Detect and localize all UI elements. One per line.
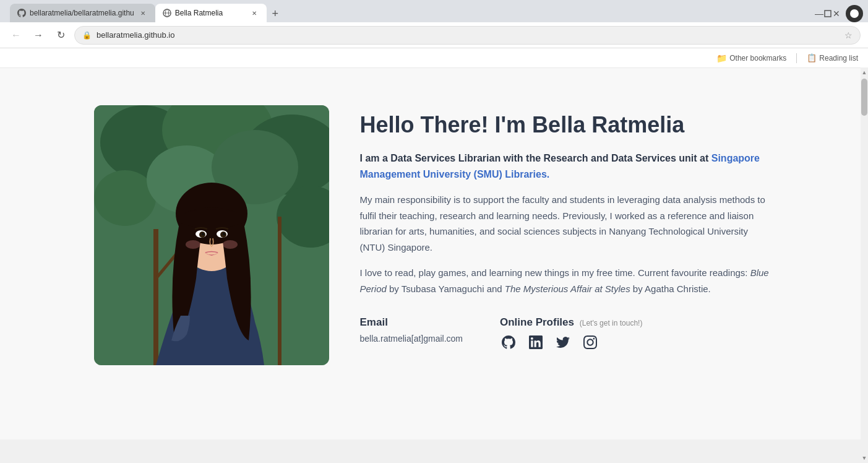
twitter-icon[interactable] (554, 334, 572, 351)
contact-section: Email bella.ratmelia[at]gmail.com Online… (360, 316, 775, 351)
scrollbar[interactable]: ▲ ▼ (861, 67, 868, 463)
svg-point-26 (223, 240, 238, 249)
subtitle-plain: I am a Data Services Librarian with the … (360, 153, 711, 163)
tab-2-close[interactable]: ✕ (249, 8, 259, 18)
profile-body: My main responsibility is to support the… (360, 192, 775, 255)
hobbies-by1: by Tsubasa Yamaguchi and (387, 283, 505, 294)
restore-button[interactable] (823, 9, 832, 18)
address-text: bellaratmelia.github.io (97, 30, 840, 40)
reload-button[interactable]: ↻ (52, 27, 69, 44)
tab-2-title: Bella Ratmelia (175, 9, 246, 17)
svg-point-25 (186, 240, 200, 249)
hobbies-by2: by Agatha Christie. (630, 283, 711, 294)
svg-point-23 (202, 233, 204, 235)
email-value: bella.ratmelia[at]gmail.com (360, 334, 463, 344)
github-favicon-icon (17, 9, 26, 17)
reading-list-icon: 📋 (807, 53, 817, 63)
bookmarks-separator (796, 53, 797, 63)
profile-avatar[interactable] (846, 5, 863, 22)
online-profiles-group: Online Profiles (Let's get in touch!) (500, 316, 642, 351)
email-label: Email (360, 316, 463, 329)
address-bar[interactable]: 🔒 bellaratmelia.github.io ☆ (74, 26, 861, 45)
svg-point-9 (94, 170, 156, 226)
reading-list[interactable]: 📋 Reading list (807, 53, 858, 63)
back-button[interactable]: ← (7, 27, 25, 44)
scroll-down-button[interactable]: ▼ (861, 453, 868, 463)
github-icon[interactable] (500, 334, 517, 351)
minimize-button[interactable]: — (815, 9, 823, 18)
lets-get-in-touch: (Let's get in touch!) (580, 319, 643, 327)
star-icon[interactable]: ☆ (844, 30, 853, 40)
online-profiles-heading: Online Profiles (Let's get in touch!) (500, 316, 642, 329)
forward-button[interactable]: → (30, 27, 47, 44)
social-icons (500, 334, 642, 351)
profile-photo-svg (94, 105, 329, 365)
profile-image (94, 105, 329, 365)
scroll-up-button[interactable]: ▲ (861, 67, 868, 77)
close-button[interactable]: ✕ (832, 9, 841, 18)
new-tab-button[interactable]: + (267, 5, 284, 22)
profile-info: Hello There! I'm Bella Ratmelia I am a D… (360, 105, 775, 351)
profile-hobbies: I love to read, play games, and learning… (360, 265, 775, 296)
hobbies-prefix: I love to read, play games, and learning… (360, 267, 750, 278)
linkedin-icon[interactable] (527, 334, 544, 351)
reading-list-label: Reading list (819, 54, 858, 63)
scrollbar-thumb[interactable] (861, 79, 867, 116)
nav-bar: ← → ↻ 🔒 bellaratmelia.github.io ☆ (0, 22, 868, 48)
svg-point-24 (223, 233, 225, 235)
svg-rect-3 (825, 11, 831, 17)
lock-icon: 🔒 (82, 31, 92, 40)
page-content: Hello There! I'm Bella Ratmelia I am a D… (0, 68, 868, 439)
tab-1[interactable]: bellaratmelia/bellaratmelia.githu ✕ (10, 4, 155, 22)
other-bookmarks-label: Other bookmarks (729, 54, 786, 63)
profile-subtitle: I am a Data Services Librarian with the … (360, 150, 775, 182)
browser-window: bellaratmelia/bellaratmelia.githu ✕ Bell… (0, 0, 868, 463)
instagram-icon[interactable] (582, 334, 599, 351)
globe-favicon-icon (163, 9, 171, 17)
profile-container: Hello There! I'm Bella Ratmelia I am a D… (94, 105, 775, 365)
book2-title: The Mysterious Affair at Styles (505, 283, 630, 294)
tabs-bar: bellaratmelia/bellaratmelia.githu ✕ Bell… (0, 0, 868, 22)
bookmarks-bar: 📁 Other bookmarks 📋 Reading list (0, 48, 868, 68)
email-group: Email bella.ratmelia[at]gmail.com (360, 316, 463, 351)
folder-icon: 📁 (716, 53, 727, 63)
tab-2[interactable]: Bella Ratmelia ✕ (155, 4, 267, 22)
tab-1-close[interactable]: ✕ (138, 8, 148, 18)
online-profiles-label: Online Profiles (500, 316, 574, 328)
tab-1-title: bellaratmelia/bellaratmelia.githu (30, 9, 134, 17)
other-bookmarks[interactable]: 📁 Other bookmarks (716, 53, 786, 63)
profile-heading: Hello There! I'm Bella Ratmelia (360, 111, 775, 138)
